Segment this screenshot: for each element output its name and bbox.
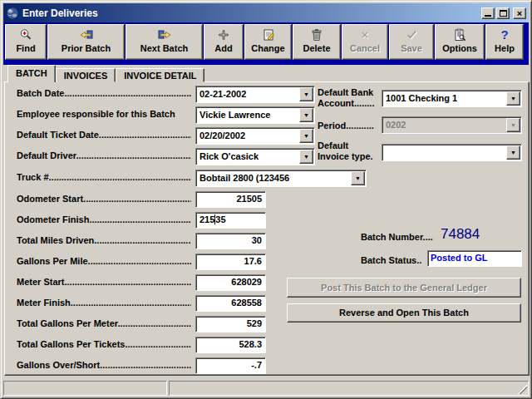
- meter-finish-field[interactable]: 628558: [195, 295, 266, 312]
- batch-date-label: Batch Date..............................…: [17, 88, 191, 98]
- ticket-date-label: Default Ticket Date.....................…: [17, 130, 191, 140]
- meter-start-field[interactable]: 628029: [195, 274, 266, 291]
- window-title: Enter Deliveries: [22, 7, 480, 19]
- invoice-type-combo[interactable]: [382, 144, 522, 161]
- dropdown-arrow-icon[interactable]: [299, 150, 313, 164]
- driver-label: Default Driver..........................…: [17, 150, 191, 160]
- odometer-finish-label: Odometer Finish.........................…: [17, 214, 191, 224]
- dropdown-arrow-icon[interactable]: [506, 91, 520, 106]
- truck-value: Bobtail 2800 (123456: [196, 170, 350, 186]
- gallons-over-short-label: Gallons Over/Short......................…: [17, 360, 191, 370]
- ticket-date-combo[interactable]: 02/20/2002: [195, 127, 315, 145]
- employee-label: Employee responsible for this Batch: [17, 109, 191, 119]
- total-gallons-meter-field[interactable]: 529: [195, 316, 266, 332]
- dropdown-arrow-icon: [506, 118, 520, 132]
- dropdown-arrow-icon[interactable]: [299, 87, 313, 101]
- dropdown-arrow-icon[interactable]: [299, 108, 313, 122]
- batch-status-field[interactable]: Posted to GL: [427, 250, 522, 267]
- employee-combo[interactable]: Vickie Lawrence: [195, 106, 315, 124]
- batch-date-value: 02-21-2002: [196, 86, 298, 102]
- period-value: 0202: [382, 117, 505, 133]
- checkmark-icon: [406, 27, 418, 42]
- dropdown-arrow-icon[interactable]: [299, 129, 313, 143]
- batch-tab-page: Batch Date..............................…: [4, 81, 530, 376]
- close-icon: ×: [517, 9, 522, 17]
- status-panel-right: [169, 381, 529, 396]
- options-button[interactable]: Options: [435, 24, 485, 60]
- minimize-icon: [485, 15, 491, 17]
- tab-batch[interactable]: BATCH: [7, 65, 56, 82]
- change-button[interactable]: Change: [244, 24, 292, 60]
- period-combo: 0202: [382, 116, 522, 134]
- ticket-date-value: 02/20/2002: [196, 128, 298, 144]
- title-bar[interactable]: Enter Deliveries ×: [3, 3, 529, 22]
- tab-strip: BATCH INVOICES INVOICE DETAIL: [7, 65, 204, 82]
- add-button[interactable]: Add: [204, 24, 244, 60]
- odometer-start-label: Odometer Start..........................…: [17, 194, 191, 204]
- odometer-finish-value-after-caret: 35: [215, 214, 225, 224]
- reverse-open-batch-button[interactable]: Reverse and Open This Batch: [287, 303, 521, 323]
- resize-grip[interactable]: [517, 384, 527, 394]
- cancel-button: Cancel: [342, 24, 388, 60]
- question-mark-icon: ?: [500, 27, 508, 42]
- x-icon: [359, 27, 371, 42]
- app-globe-icon: [6, 7, 19, 20]
- employee-value: Vickie Lawrence: [196, 107, 298, 123]
- odometer-start-field[interactable]: 21505: [195, 191, 266, 208]
- batch-date-combo[interactable]: 02-21-2002: [195, 86, 315, 103]
- minimize-button[interactable]: [481, 7, 495, 19]
- odometer-finish-field[interactable]: 21535: [195, 212, 266, 229]
- trash-icon: [310, 27, 323, 42]
- batch-number-label: Batch Number....: [361, 232, 444, 243]
- hand-pointing-left-icon: [80, 27, 93, 42]
- maximize-button[interactable]: [496, 7, 510, 19]
- total-gallons-tickets-label: Total Gallons Per Tickets...............…: [17, 339, 191, 349]
- gallons-per-mile-label: Gallons Per Mile........................…: [17, 256, 191, 266]
- invoice-type-value: [382, 145, 505, 160]
- total-miles-field[interactable]: 30: [195, 233, 266, 249]
- meter-finish-label: Meter Finish............................…: [17, 298, 191, 308]
- meter-start-label: Meter Start.............................…: [17, 277, 191, 287]
- invoice-type-label: Default Invoice type.: [318, 140, 382, 162]
- plus-icon: [218, 27, 229, 42]
- driver-combo[interactable]: Rick O'casick: [195, 148, 315, 165]
- find-icon: [19, 27, 32, 42]
- enter-deliveries-window: Enter Deliveries × Find Prior Bat: [0, 0, 532, 399]
- close-button[interactable]: ×: [513, 7, 526, 19]
- batch-status-label: Batch Status..: [361, 255, 429, 266]
- tab-invoices[interactable]: INVOICES: [56, 68, 116, 82]
- bank-account-value: 1001 Checking 1: [382, 91, 505, 106]
- dropdown-arrow-icon[interactable]: [351, 171, 365, 185]
- bank-account-combo[interactable]: 1001 Checking 1: [382, 90, 522, 107]
- post-batch-button: Post This Batch to the General Ledger: [287, 278, 521, 298]
- odometer-finish-value-before-caret: 215: [200, 214, 214, 224]
- tab-invoice-detail[interactable]: INVOICE DETAIL: [116, 68, 204, 82]
- maximize-icon: [500, 10, 507, 17]
- list-magnifier-icon: [453, 27, 466, 42]
- hand-pointing-right-icon: [158, 27, 171, 42]
- help-button[interactable]: ? Help: [485, 24, 524, 60]
- batch-number-value: 74884: [441, 226, 480, 243]
- toolbar: Find Prior Batch Next Batch: [3, 22, 529, 65]
- document-pencil-icon: [262, 27, 275, 42]
- total-gallons-meter-label: Total Gallons Per Meter.................…: [17, 318, 191, 328]
- prior-batch-button[interactable]: Prior Batch: [47, 24, 125, 60]
- driver-value: Rick O'casick: [196, 149, 298, 165]
- status-panel-left: [3, 381, 167, 396]
- total-miles-label: Total Miles Driven......................…: [17, 235, 191, 245]
- save-button: Save: [389, 24, 434, 60]
- delete-button[interactable]: Delete: [293, 24, 341, 60]
- status-bar: [3, 381, 529, 396]
- find-button[interactable]: Find: [5, 24, 47, 60]
- gallons-per-mile-field[interactable]: 17.6: [195, 254, 266, 270]
- total-gallons-tickets-field[interactable]: 528.3: [195, 337, 266, 353]
- gallons-over-short-field[interactable]: -.7: [195, 357, 266, 374]
- truck-label: Truck #.................................…: [17, 172, 191, 182]
- next-batch-button[interactable]: Next Batch: [126, 24, 203, 60]
- bank-account-label: Default Bank Account........: [318, 87, 382, 109]
- period-label: Period...........: [318, 121, 381, 131]
- truck-combo[interactable]: Bobtail 2800 (123456: [195, 170, 367, 187]
- dropdown-arrow-icon[interactable]: [506, 145, 520, 160]
